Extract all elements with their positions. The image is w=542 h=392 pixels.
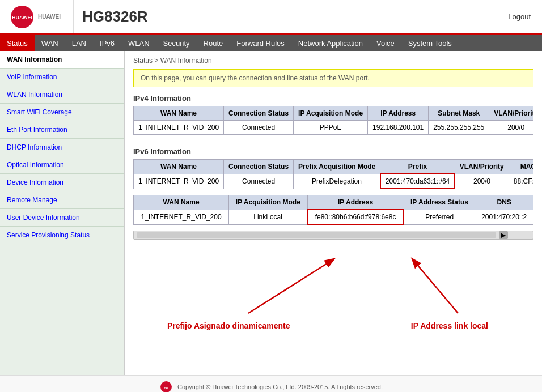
brand-label: HUAWEI bbox=[36, 14, 61, 20]
ipv6-row1-conn-status: Connected bbox=[224, 174, 294, 189]
ipv6-row1-vlan: 200/0 bbox=[455, 174, 509, 189]
ipv6-col1-prefix-acq: Prefix Acquisition Mode bbox=[294, 160, 380, 174]
ipv4-col-conn-status: Connection Status bbox=[224, 106, 294, 121]
ipv6-row1-mac: 88:CF:98:B0:A9:12 bbox=[509, 174, 533, 189]
ipv6-col1-prefix: Prefix bbox=[380, 160, 455, 174]
ipv6-row2-dns: 2001:470:20::2 bbox=[475, 210, 533, 224]
ipv6-section-title: IPv6 Information bbox=[133, 147, 533, 156]
ipv4-col-vlan: VLAN/Priority bbox=[489, 106, 533, 121]
ipv6-col2-dns: DNS bbox=[475, 195, 533, 210]
ipv4-row-subnet: 255.255.255.255 bbox=[429, 121, 489, 135]
nav-item-system-tools[interactable]: System Tools bbox=[401, 35, 459, 51]
table-row: 1_INTERNET_R_VID_200 Connected PrefixDel… bbox=[134, 174, 534, 189]
ipv6-col1-wan-name: WAN Name bbox=[134, 160, 224, 174]
nav-item-ipv6[interactable]: IPv6 bbox=[93, 35, 121, 51]
ipv4-table: WAN Name Connection Status IP Acquisitio… bbox=[133, 106, 533, 135]
horizontal-scrollbar[interactable]: ▶ bbox=[133, 231, 533, 240]
ipv6-row2-ip-status: Preferred bbox=[404, 210, 475, 224]
ipv6-col1-conn-status: Connection Status bbox=[224, 160, 294, 174]
sidebar-item-wlan-info[interactable]: WLAN Information bbox=[0, 86, 124, 104]
device-title: HG8326R bbox=[74, 8, 497, 25]
ipv6-col2-ip-addr: IP Address bbox=[307, 195, 404, 210]
ipv4-col-wan-name: WAN Name bbox=[134, 106, 224, 121]
footer-text: Copyright © Huawei Technologies Co., Ltd… bbox=[177, 384, 383, 390]
sidebar-item-smart-wifi[interactable]: Smart WiFi Coverage bbox=[0, 104, 124, 121]
ipv4-section-title: IPv4 Information bbox=[133, 94, 533, 103]
nav-item-route[interactable]: Route bbox=[197, 35, 230, 51]
nav-item-security[interactable]: Security bbox=[156, 35, 197, 51]
ipv6-col2-ip-acq: IP Acquisition Mode bbox=[229, 195, 307, 210]
ipv4-row-vlan: 200/0 bbox=[489, 121, 533, 135]
ipv6-table2-container: WAN Name IP Acquisition Mode IP Address … bbox=[133, 195, 533, 231]
ipv4-col-subnet: Subnet Mask bbox=[429, 106, 489, 121]
footer-huawei-logo: HW bbox=[159, 380, 173, 392]
sidebar-item-eth-port[interactable]: Eth Port Information bbox=[0, 121, 124, 139]
ipv6-row2-ip-acq: LinkLocal bbox=[229, 210, 307, 224]
sidebar-item-wan-info[interactable]: WAN Information bbox=[0, 51, 124, 69]
ipv4-col-ip-acq: IP Acquisition Mode bbox=[294, 106, 368, 121]
ipv6-row1-prefix: 2001:470:da63:1::/64 bbox=[380, 174, 455, 189]
sidebar-item-dhcp[interactable]: DHCP Information bbox=[0, 139, 124, 156]
annotation-label-1: Prefijo Asignado dinamicamente bbox=[167, 321, 290, 330]
nav-item-network-app[interactable]: Network Application bbox=[291, 35, 370, 51]
info-message: On this page, you can query the connecti… bbox=[133, 69, 533, 87]
nav-item-lan[interactable]: LAN bbox=[65, 35, 93, 51]
sidebar-item-service-provisioning[interactable]: Service Provisioning Status bbox=[0, 227, 124, 244]
ipv6-row1-wan-name: 1_INTERNET_R_VID_200 bbox=[134, 174, 224, 189]
sidebar-item-device-info[interactable]: Device Information bbox=[0, 174, 124, 191]
ipv4-row-conn-status: Connected bbox=[224, 121, 294, 135]
ipv6-row2-ip-addr: fe80::80b6:b66d:f978:6e8c bbox=[307, 210, 404, 224]
table-row: 1_INTERNET_R_VID_200 Connected PPPoE 192… bbox=[134, 121, 534, 135]
ipv6-row2-wan-name: 1_INTERNET_R_VID_200 bbox=[134, 210, 229, 224]
breadcrumb: Status > WAN Information bbox=[133, 57, 533, 65]
nav-item-wan[interactable]: WAN bbox=[35, 35, 65, 51]
ipv4-table-container: WAN Name Connection Status IP Acquisitio… bbox=[133, 106, 533, 140]
logout-button[interactable]: Logout bbox=[497, 12, 542, 21]
ipv6-table2: WAN Name IP Acquisition Mode IP Address … bbox=[133, 195, 533, 225]
nav-item-status[interactable]: Status bbox=[0, 35, 35, 51]
sidebar: WAN Information VoIP Information WLAN In… bbox=[0, 51, 125, 375]
logo-area: HUAWEI HUAWEI bbox=[0, 0, 74, 33]
ipv6-row1-prefix-acq: PrefixDelegation bbox=[294, 174, 380, 189]
footer: HW Copyright © Huawei Technologies Co., … bbox=[0, 375, 542, 392]
ipv4-row-ip-acq: PPPoE bbox=[294, 121, 368, 135]
ipv4-col-ip-addr: IP Address bbox=[368, 106, 429, 121]
ipv6-table1-container: WAN Name Connection Status Prefix Acquis… bbox=[133, 159, 533, 195]
ipv6-table1: WAN Name Connection Status Prefix Acquis… bbox=[133, 159, 533, 189]
nav-item-voice[interactable]: Voice bbox=[370, 35, 401, 51]
content-area: Status > WAN Information On this page, y… bbox=[125, 51, 542, 375]
annotations-area: Prefijo Asignado dinamicamente IP Addres… bbox=[133, 245, 533, 336]
huawei-logo: HUAWEI bbox=[9, 3, 36, 31]
ipv6-col1-vlan: VLAN/Priority bbox=[455, 160, 509, 174]
ipv6-col2-wan-name: WAN Name bbox=[134, 195, 229, 210]
annotation-label-2: IP Address link local bbox=[411, 321, 488, 330]
sidebar-item-user-device[interactable]: User Device Information bbox=[0, 209, 124, 227]
nav-bar: Status WAN LAN IPv6 WLAN Security Route … bbox=[0, 35, 542, 51]
svg-text:HUAWEI: HUAWEI bbox=[12, 15, 32, 20]
header: HUAWEI HUAWEI HG8326R Logout bbox=[0, 0, 542, 35]
svg-text:HW: HW bbox=[164, 386, 168, 389]
ipv4-row-wan-name: 1_INTERNET_R_VID_200 bbox=[134, 121, 224, 135]
table-row: 1_INTERNET_R_VID_200 LinkLocal fe80::80b… bbox=[134, 210, 533, 224]
sidebar-item-voip-info[interactable]: VoIP Information bbox=[0, 69, 124, 86]
sidebar-item-remote-manage[interactable]: Remote Manage bbox=[0, 191, 124, 209]
main-layout: WAN Information VoIP Information WLAN In… bbox=[0, 51, 542, 375]
ipv6-col2-ip-status: IP Address Status bbox=[404, 195, 475, 210]
nav-item-forward-rules[interactable]: Forward Rules bbox=[230, 35, 291, 51]
ipv6-col1-mac: MAC Address bbox=[509, 160, 533, 174]
nav-item-wlan[interactable]: WLAN bbox=[121, 35, 156, 51]
ipv4-row-ip-addr: 192.168.200.101 bbox=[368, 121, 429, 135]
sidebar-item-optical[interactable]: Optical Information bbox=[0, 156, 124, 174]
